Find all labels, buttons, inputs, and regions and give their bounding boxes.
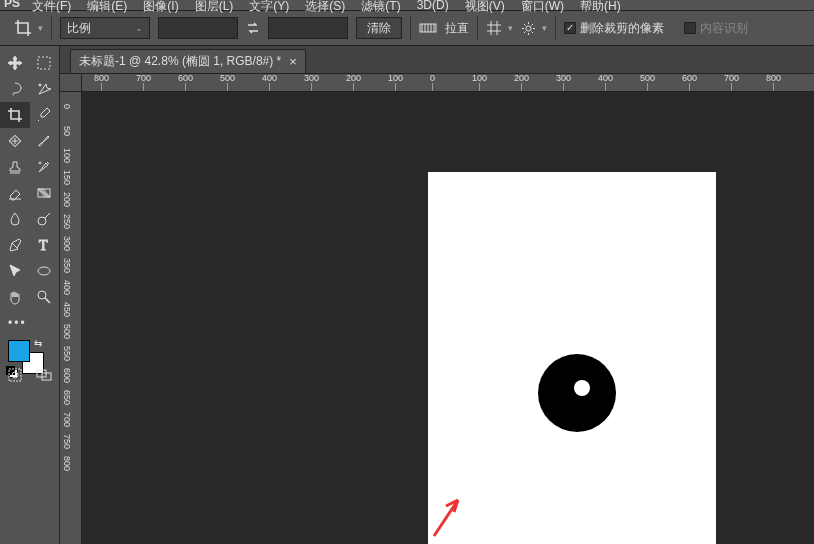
text-tool[interactable]: T (30, 232, 60, 258)
ruler-tick: 0 (430, 74, 435, 92)
dodge-tool[interactable] (30, 206, 60, 232)
gradient-tool[interactable] (30, 180, 60, 206)
svg-point-9 (38, 267, 50, 275)
divider (477, 16, 478, 40)
menu-3d[interactable]: 3D(D) (417, 0, 449, 8)
divider (410, 16, 411, 40)
straighten-label[interactable]: 拉直 (445, 20, 469, 37)
shape-tool[interactable] (30, 258, 60, 284)
crop-tool-icon[interactable]: ▾ (14, 19, 43, 37)
stamp-tool[interactable] (0, 154, 30, 180)
ellipse-highlight (574, 380, 590, 396)
gear-icon[interactable]: ▾ (521, 21, 547, 36)
checkbox-checked-icon (564, 22, 576, 34)
ratio-dropdown[interactable]: 比例 ⌄ (60, 17, 150, 39)
menu-select[interactable]: 选择(S) (305, 0, 345, 8)
divider (555, 16, 556, 40)
ruler-tick: 650 (60, 390, 82, 405)
ruler-tick: 600 (60, 368, 82, 383)
ruler-tick: 500 (640, 74, 655, 92)
ruler-tick: 400 (60, 280, 82, 295)
ruler-tick: 400 (598, 74, 613, 92)
ruler-tick: 150 (60, 170, 82, 185)
ruler-vertical[interactable]: 0501001502002503003504004505005506006507… (60, 92, 82, 544)
foreground-color-swatch[interactable] (8, 340, 30, 362)
straighten-icon[interactable] (419, 21, 437, 35)
crop-tool[interactable] (0, 102, 30, 128)
history-brush-tool[interactable] (30, 154, 60, 180)
ruler-tick: 250 (60, 214, 82, 229)
move-tool[interactable] (0, 50, 30, 76)
menu-type[interactable]: 文字(Y) (249, 0, 289, 8)
grid-overlay-icon[interactable]: ▾ (486, 20, 513, 36)
hand-tool[interactable] (0, 284, 30, 310)
delete-cropped-checkbox[interactable]: 删除裁剪的像素 (564, 20, 664, 37)
close-icon[interactable]: × (289, 54, 297, 69)
quick-select-tool[interactable] (30, 76, 60, 102)
toolbox: T ••• ⇆ (0, 46, 60, 544)
clear-button[interactable]: 清除 (356, 17, 402, 39)
tool-dots[interactable]: ••• (0, 310, 59, 336)
marquee-tool[interactable] (30, 50, 60, 76)
svg-rect-11 (9, 369, 21, 381)
menu-help[interactable]: 帮助(H) (580, 0, 621, 8)
svg-point-5 (39, 162, 41, 164)
ruler-tick: 50 (60, 126, 82, 136)
ruler-tick: 300 (304, 74, 319, 92)
zoom-tool[interactable] (30, 284, 60, 310)
svg-point-3 (39, 84, 41, 86)
lasso-tool[interactable] (0, 76, 30, 102)
menu-window[interactable]: 窗口(W) (521, 0, 564, 8)
ruler-tick: 600 (178, 74, 193, 92)
blur-tool[interactable] (0, 206, 30, 232)
pen-tool[interactable] (0, 232, 30, 258)
chevron-down-icon: ⌄ (135, 23, 143, 33)
ps-logo: PS (4, 0, 20, 10)
path-select-tool[interactable] (0, 258, 30, 284)
ruler-tick: 100 (60, 148, 82, 163)
ruler-tick: 100 (388, 74, 403, 92)
ruler-tick: 300 (60, 236, 82, 251)
ruler-tick: 450 (60, 302, 82, 317)
eyedropper-tool[interactable] (30, 102, 60, 128)
eraser-tool[interactable] (0, 180, 30, 206)
divider (51, 16, 52, 40)
svg-point-1 (526, 26, 531, 31)
ruler-tick: 500 (220, 74, 235, 92)
menu-view[interactable]: 视图(V) (465, 0, 505, 8)
svg-text:T: T (39, 238, 48, 253)
document-area: 未标题-1 @ 42.8% (椭圆 1, RGB/8#) * × 8007006… (60, 46, 814, 544)
quick-mask-icon[interactable] (0, 362, 30, 388)
menu-edit[interactable]: 编辑(E) (87, 0, 127, 8)
ruler-tick: 550 (60, 346, 82, 361)
svg-point-12 (12, 372, 18, 378)
ruler-tick: 800 (766, 74, 781, 92)
annotation-arrow-icon (430, 494, 464, 541)
healing-tool[interactable] (0, 128, 30, 154)
ruler-tick: 200 (346, 74, 361, 92)
brush-tool[interactable] (30, 128, 60, 154)
menu-layer[interactable]: 图层(L) (195, 0, 234, 8)
ruler-tick: 800 (94, 74, 109, 92)
screen-mode-icon[interactable] (30, 362, 60, 388)
menu-image[interactable]: 图像(I) (143, 0, 178, 8)
document-tab[interactable]: 未标题-1 @ 42.8% (椭圆 1, RGB/8#) * × (70, 49, 306, 73)
ratio-label: 比例 (67, 20, 91, 37)
menu-filter[interactable]: 滤镜(T) (361, 0, 400, 8)
ruler-tick: 700 (724, 74, 739, 92)
tab-strip: 未标题-1 @ 42.8% (椭圆 1, RGB/8#) * × (60, 46, 814, 74)
ruler-tick: 350 (60, 258, 82, 273)
ruler-corner (60, 74, 82, 92)
checkbox-icon (684, 22, 696, 34)
swap-icon[interactable] (246, 21, 260, 35)
crop-height-input[interactable] (268, 17, 348, 39)
menu-file[interactable]: 文件(F) (32, 0, 71, 8)
content-aware-checkbox[interactable]: 内容识别 (684, 20, 748, 37)
ruler-tick: 0 (60, 104, 82, 109)
swap-colors-icon[interactable]: ⇆ (34, 338, 42, 349)
ruler-tick: 200 (514, 74, 529, 92)
svg-point-10 (38, 291, 46, 299)
canvas[interactable] (82, 92, 814, 544)
ruler-horizontal[interactable]: 8007006005004003002001000100200300400500… (82, 74, 814, 92)
crop-width-input[interactable] (158, 17, 238, 39)
